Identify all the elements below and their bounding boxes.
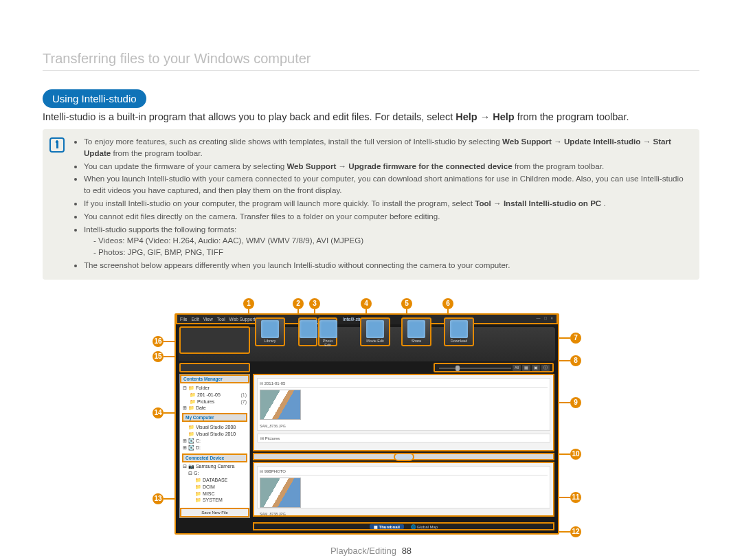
footer-thumbnail-button[interactable]: ▦ Thumbnail <box>370 524 404 529</box>
sidebar-mycomputer-tree[interactable]: 📁 Visual Studio 2008 📁 Visual Studio 201… <box>180 423 249 453</box>
main-library-pane-top[interactable]: ⊟ 2011-01-05 SAM_8736.JPG ⊞ Pictures <box>253 374 554 451</box>
toolbar-photoedit-button-left[interactable] <box>298 317 317 346</box>
callout-10: 10 <box>570 449 581 460</box>
sidebar-drive-d[interactable]: D: <box>196 445 201 450</box>
section-heading-pill: Using Intelli-studio <box>43 89 146 108</box>
section-intro-text: Intelli-studio is a built-in program tha… <box>43 110 702 124</box>
sidebar-folder-date-count: (1) <box>240 392 247 399</box>
sidebar-folder-root[interactable]: Folder <box>196 385 210 390</box>
menu-tool[interactable]: Tool <box>217 317 225 322</box>
info-b6-sub-photos: - Photos: JPG, GIF, BMP, PNG, TIFF <box>84 247 691 258</box>
callout-6: 6 <box>442 298 453 309</box>
library-group-2: ⊟ 998PHOTO SAM_8738.JPG <box>257 466 550 508</box>
toolbar-library-label: Library <box>256 339 284 343</box>
sidebar-camera[interactable]: Samsung Camera <box>196 464 234 469</box>
info-b2-bold-websupport: Web Support <box>286 161 336 170</box>
callout-7: 7 <box>570 333 581 344</box>
filter-photo-icon[interactable]: ▦ <box>522 365 530 371</box>
intro-bold-help1: Help <box>456 111 477 122</box>
filter-video-icon[interactable]: ▣ <box>532 365 540 371</box>
toolbar-share-button[interactable]: Share <box>401 317 431 346</box>
footer-section-label: Playback/Editing <box>330 546 396 556</box>
splitter-grip-icon[interactable] <box>394 453 414 461</box>
sidebar-drive-c[interactable]: C: <box>196 438 201 443</box>
info-bullet-3: When you launch Intelli-studio with your… <box>84 173 691 197</box>
library-group1-date[interactable]: ⊟ 2011-01-05 <box>260 381 548 388</box>
toolbar-download-button[interactable]: Download <box>444 317 474 346</box>
library-thumb-2[interactable] <box>260 478 301 508</box>
menu-file[interactable]: File <box>180 317 187 322</box>
sidebar-vs2008[interactable]: Visual Studio 2008 <box>196 425 236 429</box>
sidebar-vs2010[interactable]: Visual Studio 2010 <box>196 432 236 436</box>
filter-info-icon[interactable]: ⓘ <box>541 365 550 371</box>
sidebar-date-root[interactable]: Date <box>196 405 206 410</box>
sidebar-mycomputer-header[interactable]: My Computer <box>182 413 247 422</box>
info-b2-post: from the program toolbar. <box>515 161 604 170</box>
menu-edit[interactable]: Edit <box>191 317 199 322</box>
thumbnail-size-and-filter-bar[interactable]: All ▦ ▣ ⓘ <box>434 363 554 372</box>
library-thumb-2-caption: SAM_8738.JPG <box>260 512 548 516</box>
sidebar-g-database[interactable]: DATABASE <box>203 478 227 482</box>
info-b6-text: Intelli-studio supports the following fo… <box>84 225 236 234</box>
photoedit-icon <box>319 320 337 338</box>
info-b4-arrow1: → <box>493 199 504 208</box>
sidebar-save-new-file-button[interactable]: Save New File <box>180 508 249 517</box>
download-icon <box>450 320 468 338</box>
app-window: File Edit View Tool Web Support Help — □… <box>175 313 559 535</box>
zoom-slider-knob[interactable] <box>456 366 460 371</box>
callout-1: 1 <box>243 298 254 309</box>
pictures-bar-label: Pictures <box>265 436 280 440</box>
path-breadcrumb-bar[interactable] <box>179 363 250 372</box>
sidebar-contents-tree[interactable]: ⊟ 📁 Folder 📁 201 -01-05(1) 📁 Pictures(7)… <box>180 383 249 414</box>
view-mode-footer[interactable]: ▦ Thumbnail 🌐 Global Map <box>253 522 554 530</box>
sidebar-panel: Contents Manager ⊟ 📁 Folder 📁 201 -01-05… <box>179 374 250 518</box>
nav-shortcuts-panel[interactable] <box>179 326 250 354</box>
sidebar-connected-tree[interactable]: ⊟ 📷 Samsung Camera ⊟ G: 📁 DATABASE 📁 DCI… <box>180 462 249 506</box>
toolbar-library-button[interactable]: Library <box>255 317 285 346</box>
toolbar-photoedit-button-right[interactable]: Photo Edit <box>318 317 337 346</box>
page-footer: Playback/Editing 88 <box>0 546 742 556</box>
callout-12: 12 <box>570 526 581 537</box>
library-group-1: ⊟ 2011-01-05 SAM_8736.JPG <box>257 378 550 431</box>
library-thumb-1[interactable] <box>260 390 301 420</box>
filter-buttons[interactable]: All ▦ ▣ ⓘ <box>513 365 550 371</box>
filter-all-button[interactable]: All <box>513 365 521 371</box>
info-b2-bold-upgradefw: Upgrade firmware for the connected devic… <box>348 161 512 170</box>
menu-websupport[interactable]: Web Support <box>229 317 256 322</box>
movieedit-icon <box>366 320 384 338</box>
footer-globalmap-button[interactable]: 🌐 Global Map <box>411 524 438 529</box>
callout-15: 15 <box>153 351 164 362</box>
zoom-slider-track[interactable] <box>439 368 511 369</box>
library-thumb-1-caption: SAM_8736.JPG <box>260 424 548 428</box>
info-bullet-5: You cannot edit files directly on the ca… <box>84 211 691 223</box>
library-group2-folder[interactable]: ⊟ 998PHOTO <box>260 469 548 475</box>
library-pictures-bar[interactable]: ⊞ Pictures <box>257 434 550 443</box>
sidebar-g-system[interactable]: SYSTEM <box>203 497 223 502</box>
sidebar-folder-pictures-count: (7) <box>240 399 247 405</box>
sidebar-drive-g[interactable]: G: <box>194 471 199 475</box>
window-controls[interactable]: — □ × <box>537 316 554 320</box>
sidebar-g-dcim[interactable]: DCIM <box>203 484 215 489</box>
menu-view[interactable]: View <box>203 317 213 322</box>
sidebar-connected-header[interactable]: Connected Device <box>182 453 247 462</box>
sidebar-folder-pictures[interactable]: Pictures <box>197 399 214 404</box>
share-icon <box>407 320 425 338</box>
sidebar-g-misc[interactable]: MISC <box>203 491 215 496</box>
callout-14: 14 <box>153 407 164 418</box>
sidebar-folder-date[interactable]: 201 -01-05 <box>197 392 221 397</box>
toolbar-movieedit-button[interactable]: Movie Edit <box>360 317 390 346</box>
info-bullet-2: You can update the firmware of your came… <box>84 161 691 172</box>
main-library-pane-bottom[interactable]: ⊟ 998PHOTO SAM_8738.JPG <box>253 462 554 517</box>
callout-9: 9 <box>570 397 581 408</box>
photo-icon <box>300 320 317 338</box>
info-b4-text: If you install Intelli-studio on your co… <box>84 199 475 208</box>
footer-thumbnail-label: Thumbnail <box>379 525 399 529</box>
info-b2-arrow1: → <box>339 161 349 170</box>
pane-splitter[interactable] <box>253 453 554 460</box>
page-title: Transferring files to your Windows compu… <box>43 51 311 67</box>
footer-page-number: 88 <box>402 546 412 556</box>
intro-bold-help2: Help <box>493 111 514 122</box>
info-b2-text: You can update the firmware of your came… <box>84 161 286 170</box>
sidebar-contents-header[interactable]: Contents Manager <box>180 374 249 383</box>
info-b1-text: To enjoy more features, such as creating… <box>84 137 502 146</box>
